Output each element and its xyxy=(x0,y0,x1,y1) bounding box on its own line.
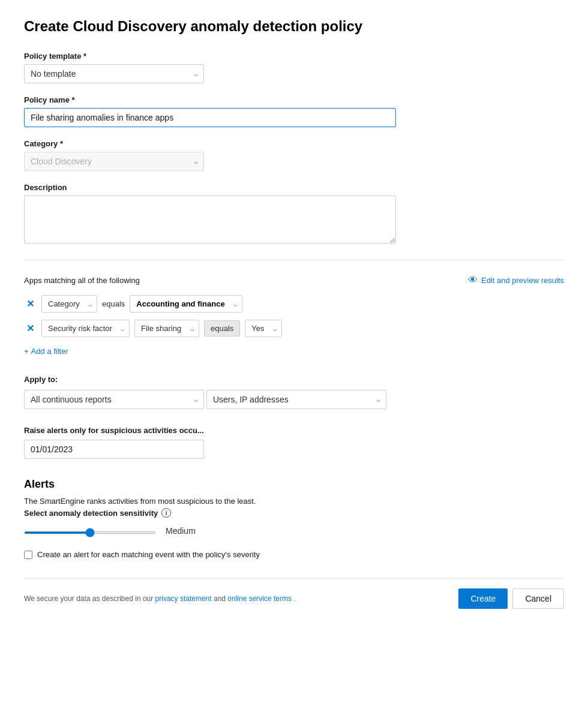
page-title: Create Cloud Discovery anomaly detection… xyxy=(24,18,564,35)
alerts-description-line1: The SmartEngine ranks activities from mo… xyxy=(24,497,564,506)
filter-row-2-equals-badge: equals xyxy=(204,320,240,337)
policy-template-wrapper: No template ⌵ xyxy=(24,64,204,83)
add-filter-label: Add a filter xyxy=(31,347,68,356)
footer: We secure your data as described in our … xyxy=(24,578,564,609)
privacy-statement-link[interactable]: privacy statement xyxy=(155,594,212,603)
apply-to-users-select[interactable]: Users, IP addresses xyxy=(206,390,386,409)
edit-preview-label: Edit and preview results xyxy=(481,276,564,285)
alerts-title: Alerts xyxy=(24,478,564,491)
alert-checkbox[interactable] xyxy=(24,551,32,559)
filter-row-1-remove-button[interactable]: ✕ xyxy=(24,299,37,309)
apply-to-reports-select[interactable]: All continuous reports xyxy=(24,390,204,409)
online-service-terms-link[interactable]: online service terms xyxy=(227,594,292,603)
apply-to-users-wrapper: Users, IP addresses ⌵ xyxy=(206,390,386,409)
description-label: Description xyxy=(24,183,564,192)
policy-template-section: Policy template * No template ⌵ xyxy=(24,52,564,83)
filter-row-1-value-wrapper: Accounting and finance ⌵ xyxy=(130,295,242,313)
policy-template-select[interactable]: No template xyxy=(24,64,204,83)
filter-row-1: ✕ Category ⌵ equals Accounting and finan… xyxy=(24,295,564,313)
filter-row-2: ✕ Security risk factor ⌵ File sharing ⌵ … xyxy=(24,320,564,337)
policy-template-label: Policy template * xyxy=(24,52,564,61)
footer-middle: and xyxy=(214,594,227,603)
sensitivity-label-text: Select anomaly detection sensitivity xyxy=(24,509,158,518)
filter-row-2-category-select[interactable]: Security risk factor xyxy=(41,320,130,337)
sensitivity-label-row: Select anomaly detection sensitivity i xyxy=(24,508,564,518)
divider-1 xyxy=(24,260,564,260)
footer-prefix: We secure your data as described in our xyxy=(24,594,155,603)
footer-suffix: . xyxy=(293,594,295,603)
policy-name-label: Policy name * xyxy=(24,95,564,104)
category-section: Category * Cloud Discovery ⌵ xyxy=(24,139,564,171)
filter-row-2-subcategory-wrapper: File sharing ⌵ xyxy=(134,320,199,337)
category-label: Category * xyxy=(24,139,564,148)
filter-row-2-value-wrapper: Yes ⌵ xyxy=(245,320,282,337)
policy-name-section: Policy name * xyxy=(24,95,564,127)
description-input[interactable] xyxy=(24,196,396,244)
apply-to-section: Apply to: All continuous reports ⌵ Users… xyxy=(24,375,564,459)
policy-name-input[interactable] xyxy=(24,108,396,127)
alert-checkbox-label: Create an alert for each matching event … xyxy=(37,550,260,559)
category-wrapper: Cloud Discovery ⌵ xyxy=(24,152,204,171)
sensitivity-info-icon[interactable]: i xyxy=(161,508,171,518)
raise-alerts-label: Raise alerts only for suspicious activit… xyxy=(24,426,564,435)
filter-row-1-category-wrapper: Category ⌵ xyxy=(41,295,97,313)
alerts-section: Alerts The SmartEngine ranks activities … xyxy=(24,478,564,559)
description-section: Description xyxy=(24,183,564,245)
filter-row-2-value-select[interactable]: Yes xyxy=(245,320,282,337)
apply-to-reports-wrapper: All continuous reports ⌵ xyxy=(24,390,204,409)
slider-row: Medium xyxy=(24,526,564,536)
filter-row-2-category-wrapper: Security risk factor ⌵ xyxy=(41,320,130,337)
cancel-button[interactable]: Cancel xyxy=(512,588,564,609)
filter-row-1-value-select[interactable]: Accounting and finance xyxy=(130,295,242,313)
add-filter-button[interactable]: + Add a filter xyxy=(24,344,68,358)
filters-section-title: Apps matching all of the following xyxy=(24,276,140,285)
footer-buttons: Create Cancel xyxy=(458,588,564,609)
edit-preview-link[interactable]: 👁 Edit and preview results xyxy=(468,275,564,286)
alert-checkbox-row: Create an alert for each matching event … xyxy=(24,550,564,559)
add-filter-plus-icon: + xyxy=(24,347,29,356)
apply-to-label: Apply to: xyxy=(24,375,564,384)
raise-alerts-date-input[interactable] xyxy=(24,440,204,459)
filter-row-1-equals-label: equals xyxy=(102,299,125,308)
footer-text: We secure your data as described in our … xyxy=(24,594,296,603)
sensitivity-slider-container xyxy=(24,526,156,536)
filter-row-2-remove-button[interactable]: ✕ xyxy=(24,324,37,334)
slider-value-label: Medium xyxy=(166,526,196,536)
sensitivity-slider[interactable] xyxy=(24,531,156,534)
eye-icon: 👁 xyxy=(468,275,478,286)
filters-header: Apps matching all of the following 👁 Edi… xyxy=(24,275,564,286)
create-button[interactable]: Create xyxy=(458,588,508,609)
category-select[interactable]: Cloud Discovery xyxy=(24,152,204,171)
filter-row-2-subcategory-select[interactable]: File sharing xyxy=(134,320,199,337)
filter-row-1-category-select[interactable]: Category xyxy=(41,295,97,313)
